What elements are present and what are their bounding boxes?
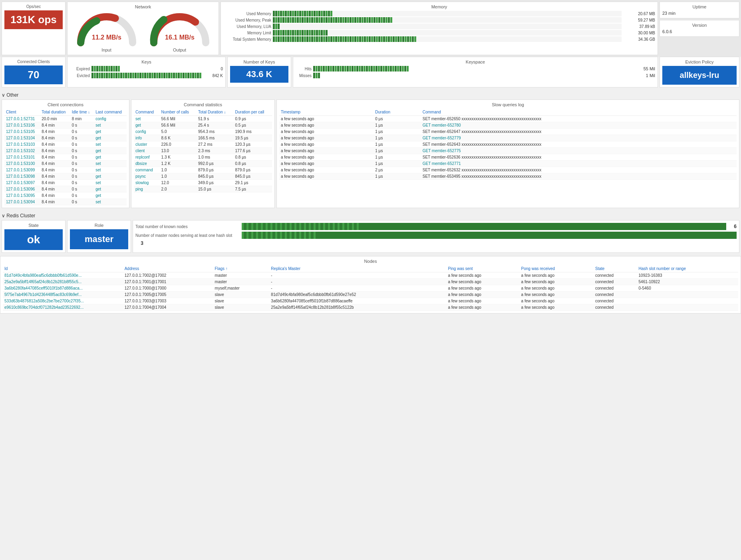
table-cell: get <box>134 122 160 129</box>
table-cell: 56.6 Mil <box>160 116 197 122</box>
table-cell: 7.5 µs <box>234 186 272 193</box>
table-cell: a few seconds ago <box>446 292 519 298</box>
table-cell: 1 µs <box>373 148 421 154</box>
table-cell: 27.2 ms <box>197 141 233 148</box>
table-row: 81d7d49c4bfa980eaf5c6dbbb0fb61d590e...12… <box>3 272 738 279</box>
table-cell: 81d7d49c4bfa980eaf5c6dbbb0fb61d590e... <box>3 272 123 279</box>
table-cell: client <box>134 148 160 154</box>
table-cell <box>637 304 738 311</box>
th-cmd-num-calls: Number of calls <box>160 109 197 116</box>
table-cell: set <box>94 199 127 205</box>
clients-value: 70 <box>4 66 63 84</box>
th-sq-timestamp: Timestamp <box>279 109 373 116</box>
th-node-hash-slot: Hash slot number or range <box>637 265 738 272</box>
table-cell: 25a2e9a5bff14f65af24c8b12b281b8f55c5... <box>3 279 123 285</box>
table-cell: dbsize <box>134 161 160 167</box>
table-row: 127.0.0.1:5273120.0 min8 minconfig <box>4 116 127 122</box>
table-cell: 8.4 min <box>40 193 70 199</box>
table-row: psync1.0845.0 µs845.0 µs <box>134 173 272 180</box>
other-header[interactable]: Other <box>2 91 739 99</box>
table-cell: a few seconds ago <box>279 116 373 122</box>
th-total-duration: Total duration <box>40 109 70 116</box>
slow-queries-card: Slow queries log Timestamp Duration Comm… <box>276 99 739 208</box>
table-cell: a few seconds ago <box>446 285 519 292</box>
nodes-table-card: Nodes Id Address Flags ↑ Replica's Maste… <box>0 256 741 314</box>
table-cell: a few seconds ago <box>279 141 373 148</box>
table-cell: 1 µs <box>373 173 421 180</box>
cluster-role-value: master <box>70 229 128 249</box>
cluster-top: State ok Role master Total number of kno… <box>2 220 739 253</box>
keyspace-card: Keyspace Hits 55 Mil Misses <box>293 57 658 87</box>
table-cell: 226.0 <box>160 141 197 148</box>
cluster-role-card: Role master <box>67 220 131 253</box>
client-connections-title: Client connections <box>4 102 127 107</box>
table-cell: 25.4 s <box>197 122 233 129</box>
output-label: Output <box>173 48 186 52</box>
output-gauge-svg: 16.1 MB/s <box>148 11 212 47</box>
table-cell: a few seconds ago <box>446 272 519 279</box>
table-cell: SET memtier-652643 xxxxxxxxxxxxxxxxxxxxx… <box>421 141 737 148</box>
cluster-state-title: State <box>4 223 63 228</box>
table-row: a few seconds ago1 µsSET memtier-653495 … <box>279 173 737 180</box>
table-cell: 20.0 min <box>40 116 70 122</box>
cluster-section: Redis Cluster State ok Role master Total… <box>0 210 741 256</box>
version-value: 6.0.6 <box>662 29 737 34</box>
table-cell: GET memtier-652775 <box>421 148 737 154</box>
th-cmd-total-dur: Total Duration ↓ <box>197 109 233 116</box>
memory-rows: Used Memory 20.67 MB Used Memory, Peak <box>223 11 655 42</box>
table-cell: 1 µs <box>373 154 421 161</box>
th-node-ping-sent: Ping was sent <box>446 265 519 272</box>
keys-evicted-label: Evicted <box>70 73 90 78</box>
cluster-header[interactable]: Redis Cluster <box>2 211 739 220</box>
table-cell: 127.0.0.1:7003@17003 <box>123 298 213 304</box>
table-cell: 81d7d49c4bfa980eaf5c6dbbb0fb61d590e27e52 <box>269 292 446 298</box>
table-cell: a few seconds ago <box>520 298 594 304</box>
master-nodes-value: 3 <box>135 240 143 246</box>
nodes-header-row: Id Address Flags ↑ Replica's Master Ping… <box>3 265 738 272</box>
table-row: get56.6 Mil25.4 s0.5 µs <box>134 122 272 129</box>
table-cell: connected <box>594 279 637 285</box>
table-cell: GET memtier-652779 <box>421 135 737 141</box>
table-cell: 127.0.0.1:53102 <box>4 148 40 154</box>
table-cell: 0 s <box>70 167 94 173</box>
table-cell: 0 s <box>70 161 94 167</box>
table-row: 127.0.0.1:531068.4 min0 sset <box>4 122 127 129</box>
table-cell: 120.3 µs <box>234 141 272 148</box>
table-row: 127.0.0.1:530958.4 min0 sget <box>4 193 127 199</box>
table-row: dbsize1.2 K992.0 µs0.8 µs <box>134 161 272 167</box>
table-row: e9610c869bc704dcf071282b4ad23522692...12… <box>3 304 738 311</box>
keys-evicted-segs <box>91 73 201 78</box>
keyspace-hits-row: Hits 55 Mil <box>296 66 655 71</box>
table-cell: 8.4 min <box>40 154 70 161</box>
table-cell: 127.0.0.1:53100 <box>4 161 40 167</box>
table-cell: 1 µs <box>373 129 421 135</box>
table-row: set56.6 Mil51.9 s0.9 µs <box>134 116 272 122</box>
ops-title: Ops/sec <box>4 4 63 9</box>
th-node-flags: Flags ↑ <box>213 265 270 272</box>
table-cell: a few seconds ago <box>279 129 373 135</box>
table-cell: 56.6 Mil <box>160 122 197 129</box>
table-row: ping2.015.0 µs7.5 µs <box>134 186 272 193</box>
version-card: Version 6.0.6 <box>660 20 739 37</box>
table-cell: connected <box>594 298 637 304</box>
table-row: replconf1.3 K1.0 ms0.8 µs <box>134 154 272 161</box>
table-cell: 0.9 µs <box>234 116 272 122</box>
three-col: Client connections Client Total duration… <box>2 99 739 208</box>
table-cell: a few seconds ago <box>279 161 373 167</box>
input-gauge: 11.2 MB/s Input <box>75 11 139 52</box>
table-cell: a few seconds ago <box>279 135 373 141</box>
mem-bar-segs-4 <box>273 36 622 42</box>
mem-value-4: 34.36 GB <box>623 37 655 42</box>
table-cell: 0 s <box>70 199 94 205</box>
total-nodes-bar <box>242 223 726 230</box>
table-row: a few seconds ago2 µsSET memtier-652632 … <box>279 167 737 173</box>
table-cell: 5.0 <box>160 129 197 135</box>
table-cell: 1.0 ms <box>197 154 233 161</box>
table-cell: 166.5 ms <box>197 135 233 141</box>
table-cell: 19.5 µs <box>234 135 272 141</box>
slow-queries-table: Timestamp Duration Command a few seconds… <box>279 109 737 180</box>
table-cell: 1.3 K <box>160 154 197 161</box>
keys-expired-value: 0 <box>203 67 223 71</box>
cmd-stats-header-row: Command Number of calls Total Duration ↓… <box>134 109 272 116</box>
slow-queries-title: Slow queries log <box>279 102 737 107</box>
